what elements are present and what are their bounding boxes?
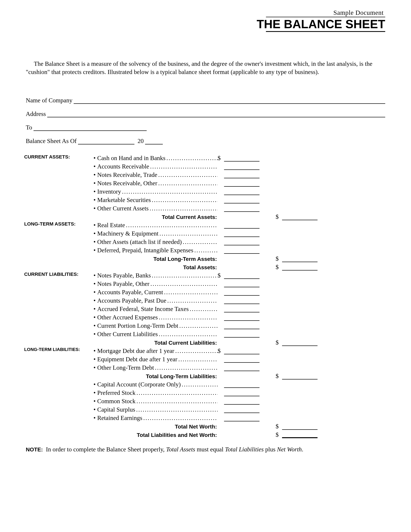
amount-line[interactable] [224, 180, 260, 187]
amount-line[interactable] [224, 197, 260, 203]
amount-line[interactable] [224, 155, 260, 162]
page-title: THE BALANCE SHEET [257, 18, 385, 30]
row-cl-1: •Notes Payable, Other [24, 279, 385, 287]
amount-line[interactable] [224, 323, 260, 329]
leaders [149, 163, 218, 170]
address-label: Address [26, 110, 47, 117]
row-ca-1: •Accounts Receivable [24, 162, 385, 170]
total-label: Total Current Assets: [93, 214, 218, 220]
total-line[interactable] [282, 373, 318, 380]
amount-line[interactable] [224, 189, 260, 195]
leaders [125, 221, 218, 228]
row-ca-4: •Inventory [24, 187, 385, 195]
note-italic-1: Total Assets [166, 446, 195, 453]
row-lta-0: LONG-TERM ASSETS: •Real Estate [24, 220, 385, 228]
header: Sample Document THE BALANCE SHEET [257, 9, 385, 32]
leaders [181, 381, 218, 388]
total-label: Total Long-Term Liabilities: [93, 373, 218, 380]
total-line[interactable] [282, 339, 318, 346]
note-text-mid1: must equal [195, 446, 225, 453]
amount-line[interactable] [224, 406, 260, 413]
row-lta-1: •Machinery & Equipment [24, 228, 385, 237]
item-label: Real Estate [97, 221, 125, 228]
currency-symbol: $ [276, 372, 282, 380]
field-asof: Balance Sheet As Of 20 [26, 137, 171, 144]
amount-line[interactable] [224, 364, 260, 371]
total-line[interactable] [282, 264, 318, 271]
item-label: Accounts Payable, Past Due [97, 297, 166, 304]
amount-line[interactable] [224, 205, 260, 212]
amount-line[interactable] [224, 222, 260, 228]
amount-line[interactable] [224, 314, 260, 321]
item-label: Other Accrued Expenses [97, 314, 158, 321]
amount-line[interactable] [224, 381, 260, 388]
leaders [121, 188, 218, 195]
total-line[interactable] [282, 214, 318, 220]
amount-line[interactable] [224, 348, 260, 354]
amount-line[interactable] [224, 306, 260, 313]
field-company: Name of Company [26, 97, 385, 104]
leaders [154, 364, 218, 371]
currency-symbol: $ [276, 263, 282, 271]
rule-thin [266, 17, 385, 17]
heading-current-liabilities: CURRENT LIABILITIES: [24, 271, 93, 277]
row-ca-2: •Notes Receivable, Trade [24, 170, 385, 178]
address-input-line[interactable] [47, 111, 385, 117]
leaders [159, 230, 218, 237]
amount-line[interactable] [224, 331, 260, 338]
total-line[interactable] [282, 256, 318, 262]
row-total-current-liabilities: Total Current Liabilities: $ [24, 338, 385, 346]
amount-line[interactable] [224, 272, 260, 279]
amount-line[interactable] [224, 230, 260, 237]
asof-year-line[interactable] [145, 138, 163, 144]
row-total-net-worth: Total Net Worth: $ [24, 421, 385, 430]
amount-line[interactable] [224, 163, 260, 170]
leaders [166, 154, 218, 162]
amount-line[interactable] [224, 415, 260, 421]
rule-thick [266, 31, 385, 32]
item-label: Cash on Hand and in Banks [97, 154, 165, 162]
total-label: Total Net Worth: [93, 424, 218, 430]
amount-line[interactable] [224, 289, 260, 296]
row-lta-2: •Other Assets (attach list if needed) [24, 237, 385, 245]
row-total-long-term-liabilities: Total Long-Term Liabilities: $ [24, 371, 385, 380]
leaders [149, 280, 218, 287]
row-ca-3: •Notes Receivable, Other [24, 178, 385, 187]
leaders [174, 347, 218, 354]
heading-current-assets: CURRENT ASSETS: [24, 153, 93, 160]
row-ltl-2: •Other Long-Term Debt [24, 363, 385, 371]
footer-note: NOTE: In order to complete the Balance S… [26, 446, 385, 453]
row-eq-1: •Preferred Stock [24, 388, 385, 396]
page: Sample Document THE BALANCE SHEET The Ba… [0, 0, 411, 13]
amount-line[interactable] [224, 297, 260, 304]
item-label: Preferred Stock [97, 389, 135, 396]
amount-line[interactable] [224, 247, 260, 254]
amount-line[interactable] [224, 390, 260, 396]
form-fields: Name of Company Address To Balance Sheet… [26, 90, 385, 144]
amount-line[interactable] [224, 239, 260, 245]
field-to: To [26, 124, 147, 131]
amount-line[interactable] [224, 398, 260, 405]
amount-line[interactable] [224, 356, 260, 363]
asof-month-line[interactable] [78, 138, 134, 144]
total-label: Total Assets: [93, 264, 218, 271]
amount-line[interactable] [224, 172, 260, 178]
row-cl-2: •Accounts Payable, Current [24, 287, 385, 296]
leaders [163, 289, 218, 296]
company-input-line[interactable] [74, 97, 385, 104]
item-label: Deferred, Prepaid, Intangible Expenses [97, 247, 193, 254]
row-total-long-term-assets: Total Long-Term Assets: $ [24, 254, 385, 262]
to-input-line[interactable] [34, 124, 147, 131]
amount-line[interactable] [224, 281, 260, 287]
currency-symbol: $ [276, 423, 282, 430]
row-total-liabilities-net-worth: Total Liabilities and Net Worth: $ [24, 430, 385, 438]
company-label: Name of Company [26, 97, 74, 104]
leaders [142, 414, 218, 421]
item-label: Other Assets (attach list if needed) [97, 238, 182, 245]
grand-total-line[interactable] [282, 431, 318, 438]
asof-label: Balance Sheet As Of [26, 137, 78, 144]
item-label: Other Long-Term Debt [97, 364, 154, 371]
total-line[interactable] [282, 423, 318, 430]
currency-symbol: $ [218, 154, 224, 162]
sample-label: Sample Document [257, 9, 385, 17]
